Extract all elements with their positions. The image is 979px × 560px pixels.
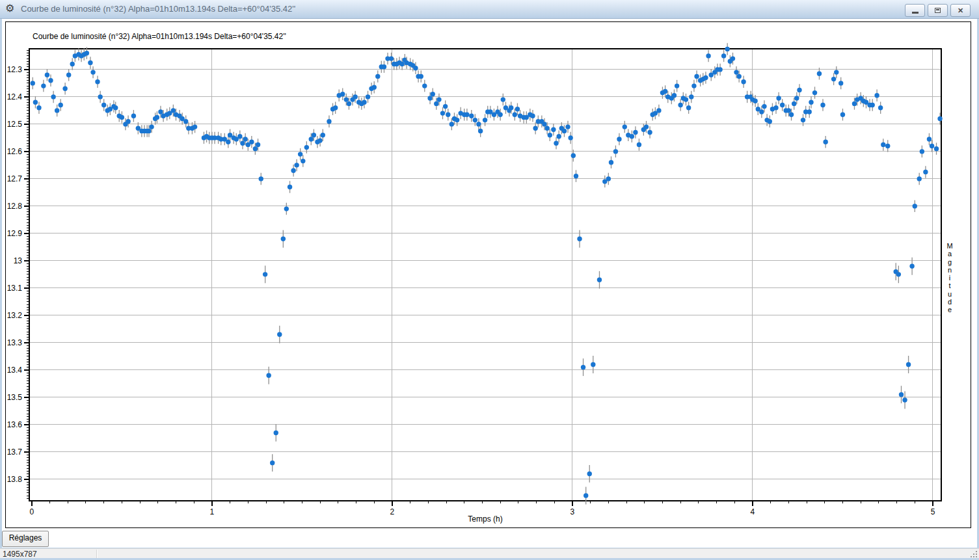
resize-grip-icon[interactable] [970, 550, 977, 557]
y-axis-label: M a g n i t u d e [945, 242, 954, 314]
minimize-icon [912, 12, 919, 14]
svg-text:13.7: 13.7 [7, 447, 23, 457]
chart-title: Courbe de luminosité (n°32) Alpha=01h10m… [33, 32, 286, 41]
svg-text:13.4: 13.4 [7, 366, 23, 375]
svg-text:12.3: 12.3 [7, 65, 23, 74]
statusbar: 1495x787 [0, 548, 979, 559]
svg-text:13.2: 13.2 [7, 311, 23, 320]
x-axis-label: Temps (h) [29, 514, 941, 524]
app-window: ⚙ Courbe de luminosité (n°32) Alpha=01h1… [0, 0, 979, 560]
svg-text:13.8: 13.8 [7, 475, 23, 484]
chart-canvas: 12.312.412.512.612.712.812.91313.113.213… [6, 22, 971, 527]
titlebar[interactable]: ⚙ Courbe de luminosité (n°32) Alpha=01h1… [0, 0, 979, 19]
status-size-text: 1495x787 [3, 550, 37, 559]
restore-icon [935, 8, 941, 13]
svg-text:12.9: 12.9 [7, 229, 23, 238]
close-button[interactable]: ✕ [950, 4, 971, 17]
close-icon: ✕ [958, 7, 963, 14]
svg-text:12.5: 12.5 [7, 120, 23, 129]
statusbar-separator [96, 550, 98, 558]
svg-text:13.5: 13.5 [7, 393, 23, 402]
svg-text:12.7: 12.7 [7, 174, 23, 183]
svg-text:12.6: 12.6 [7, 147, 23, 156]
svg-text:13.6: 13.6 [7, 420, 23, 429]
gear-icon: ⚙ [5, 3, 14, 14]
svg-text:12.4: 12.4 [7, 92, 23, 101]
restore-button[interactable] [928, 4, 948, 17]
window-controls: ✕ [905, 4, 971, 17]
svg-text:12.8: 12.8 [7, 202, 23, 211]
settings-button[interactable]: Réglages [2, 531, 49, 547]
window-title: Courbe de luminosité (n°32) Alpha=01h10m… [21, 4, 295, 14]
minimize-button[interactable] [905, 4, 925, 17]
light-curve-chart: 12.312.412.512.612.712.812.91313.113.213… [5, 21, 971, 528]
svg-text:13.3: 13.3 [7, 338, 23, 347]
svg-text:13.1: 13.1 [7, 284, 23, 293]
svg-text:13: 13 [14, 256, 23, 265]
